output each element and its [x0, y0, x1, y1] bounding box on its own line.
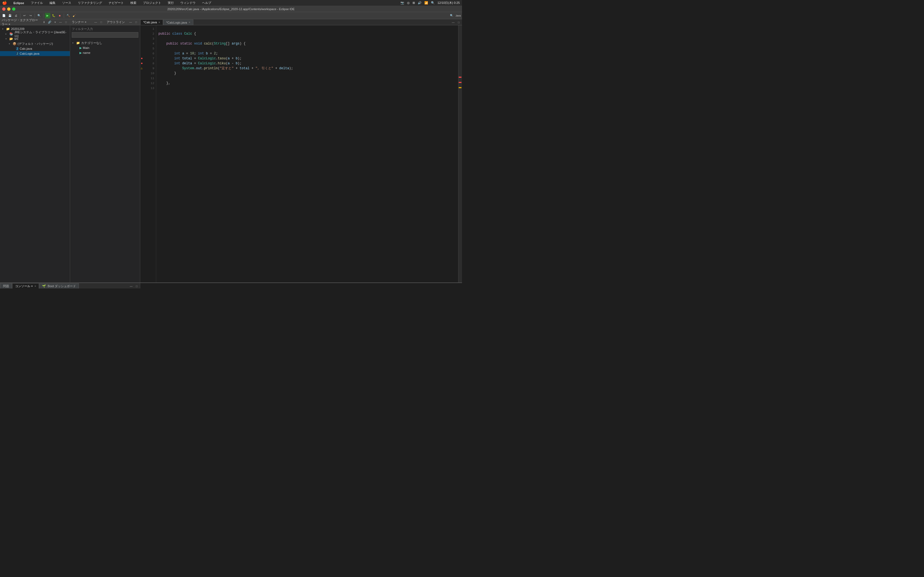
- java-file-icon: J: [16, 52, 19, 55]
- spring-icon: 🌱: [42, 284, 46, 288]
- outline-minimize[interactable]: —: [128, 20, 133, 24]
- editor-overview-ruler[interactable]: [458, 25, 462, 282]
- tree-item-label: Calc.java: [20, 47, 32, 50]
- arrow-icon: ▾: [9, 43, 11, 45]
- editor-tabs: *Calc.java × *CalcLogic.java × — □: [140, 19, 462, 25]
- tab-label: Boot ダッシュボード: [48, 284, 76, 288]
- tab-close-calc[interactable]: ×: [159, 21, 160, 24]
- menu-navigate[interactable]: ナビゲート: [108, 1, 125, 5]
- run-button[interactable]: ▶: [45, 13, 50, 18]
- menu-project[interactable]: プロジェクト: [142, 1, 162, 5]
- warning-marker: [459, 87, 462, 88]
- runner-minimize[interactable]: —: [94, 20, 98, 24]
- tree-item-default-package[interactable]: ▾ 📦 (デフォルト・パッケージ): [0, 41, 70, 46]
- view-menu-button[interactable]: ▾: [53, 20, 57, 24]
- tree-item-name[interactable]: ▸ ▶ name: [70, 50, 140, 55]
- package-icon: 📦: [13, 42, 16, 46]
- bottom-right-area: [140, 283, 462, 288]
- titlebar: 20201209/src/Calc.java - /Applications/E…: [0, 6, 462, 12]
- editor-min[interactable]: —: [451, 20, 456, 24]
- filter-label: フィルター入力: [72, 27, 138, 31]
- bottom-panel: 問題 コンソール × × 🌱 Boot ダッシュボード — □ 🗑 ■ ▶ 📋 …: [0, 282, 462, 288]
- folder-icon: 📁: [6, 27, 10, 31]
- editor-max[interactable]: □: [457, 20, 461, 24]
- clock: 12/10日(木) 0:25: [438, 1, 460, 5]
- tree-item-jre[interactable]: ▸ 📚 JREシステム・ライブラリー [JavaSE-11]: [0, 31, 70, 36]
- tab-label: コンソール ×: [15, 284, 33, 288]
- menu-edit[interactable]: 編集: [48, 1, 57, 5]
- tab-label: *CalcLogic.java: [166, 21, 187, 24]
- tree-item-main[interactable]: ▸ ▶ Main: [70, 45, 140, 50]
- arrow-icon: ▾: [72, 42, 75, 44]
- menu-run[interactable]: 実行: [166, 1, 175, 5]
- print-button[interactable]: 🖨: [13, 13, 19, 18]
- search-button[interactable]: 🔍: [36, 13, 42, 18]
- redo-button[interactable]: ↪: [28, 13, 33, 18]
- runner-header: ランナー × — □ アウトライン — □: [70, 19, 140, 25]
- build-button[interactable]: 🔨: [65, 13, 71, 18]
- bottom-min[interactable]: —: [129, 284, 133, 288]
- tab-close-console[interactable]: ×: [34, 285, 36, 288]
- tab-problems[interactable]: 問題: [0, 283, 12, 288]
- tree-item-label: (デフォルト・パッケージ): [18, 42, 53, 46]
- tab-console[interactable]: コンソール × ×: [12, 283, 39, 288]
- tab-calc-java[interactable]: *Calc.java ×: [140, 19, 163, 25]
- stop-button[interactable]: ■: [57, 13, 62, 18]
- code-editor[interactable]: public class Calc { public static void c…: [156, 25, 458, 282]
- traffic-lights: [2, 7, 15, 11]
- src-folder-icon: 📂: [9, 37, 13, 41]
- collapse-all-button[interactable]: ⬇: [42, 20, 46, 24]
- main-icon: ▶: [79, 46, 82, 50]
- debug-button[interactable]: 🐛: [51, 13, 57, 18]
- link-editor-button[interactable]: 🔗: [47, 20, 52, 24]
- clean-button[interactable]: 🧹: [71, 13, 77, 18]
- arrow-icon: ▾: [2, 28, 5, 30]
- bottom-tabs: 問題 コンソール × × 🌱 Boot ダッシュボード — □: [0, 283, 140, 288]
- menu-source[interactable]: ソース: [61, 1, 72, 5]
- eclipse-toolbar: 📄 💾 🖨 ↩ ↪ 🔍 ▶ 🐛 ■ 🔨 🧹 🔍 Java: [0, 12, 462, 19]
- tree-item-calc[interactable]: ▸ J Calc.java: [0, 46, 70, 51]
- bottom-max[interactable]: □: [134, 284, 139, 288]
- error-marker: [459, 77, 462, 78]
- apple-menu[interactable]: 🍎: [2, 0, 7, 5]
- menu-eclipse[interactable]: Eclipse: [12, 2, 25, 5]
- tab-label: *Calc.java: [143, 21, 157, 24]
- sep4: [64, 13, 64, 18]
- save-button[interactable]: 💾: [7, 13, 13, 18]
- tree-item-label: src: [14, 37, 18, 40]
- search-global[interactable]: 🔍: [449, 13, 454, 18]
- tree-item-calclogic[interactable]: ▸ J CalcLogic.java: [0, 51, 70, 56]
- outline-maximize[interactable]: □: [134, 20, 138, 24]
- tab-boot-dashboard[interactable]: 🌱 Boot ダッシュボード: [39, 283, 79, 288]
- perspective-btn[interactable]: Java: [456, 13, 461, 18]
- maximize-panel-button[interactable]: □: [64, 20, 68, 24]
- maximize-button[interactable]: [12, 7, 15, 11]
- tab-close-calclogic[interactable]: ×: [189, 21, 190, 24]
- main-layout: パッケージ・エクスプローラー × ⬇ 🔗 ▾ — □ ▾ 📁 20201209 …: [0, 19, 462, 282]
- tab-calclogic-java[interactable]: *CalcLogic.java ×: [163, 19, 193, 25]
- menu-help[interactable]: ヘルプ: [201, 1, 212, 5]
- menu-refactor[interactable]: リファクタリング: [77, 1, 103, 5]
- tree-item-category[interactable]: ▾ 📁 カテゴリーなし: [70, 40, 140, 45]
- menu-file[interactable]: ファイル: [30, 1, 44, 5]
- tree-item-label: name: [83, 51, 90, 55]
- menu-window[interactable]: ウィンドウ: [179, 1, 197, 5]
- filter-input[interactable]: [72, 32, 138, 38]
- arrow-icon: ▸: [5, 33, 8, 35]
- editor-content[interactable]: ● ● △ 1 2 3 4 5 6 7 8 9 10 11 12 13: [140, 25, 462, 282]
- package-explorer-header: パッケージ・エクスプローラー × ⬇ 🔗 ▾ — □: [0, 19, 70, 25]
- tree-item-label: CalcLogic.java: [20, 52, 40, 55]
- runner-maximize[interactable]: □: [99, 20, 103, 24]
- package-explorer-panel: パッケージ・エクスプローラー × ⬇ 🔗 ▾ — □ ▾ 📁 20201209 …: [0, 19, 70, 282]
- runner-panel: ランナー × — □ アウトライン — □ フィルター入力 ▾ 📁 カテゴリーな…: [70, 19, 140, 282]
- minimize-button[interactable]: [7, 7, 10, 11]
- name-icon: ▶: [79, 51, 82, 55]
- minimize-panel-button[interactable]: —: [58, 20, 63, 24]
- package-explorer-title: パッケージ・エクスプローラー ×: [2, 18, 41, 26]
- new-button[interactable]: 📄: [1, 13, 6, 18]
- sep3: [43, 13, 44, 18]
- menubar-right: 📷◎⊞🔊📶🔍 12/10日(木) 0:25: [401, 1, 460, 5]
- undo-button[interactable]: ↩: [22, 13, 27, 18]
- menu-search[interactable]: 検索: [129, 1, 137, 5]
- close-button[interactable]: [2, 7, 5, 11]
